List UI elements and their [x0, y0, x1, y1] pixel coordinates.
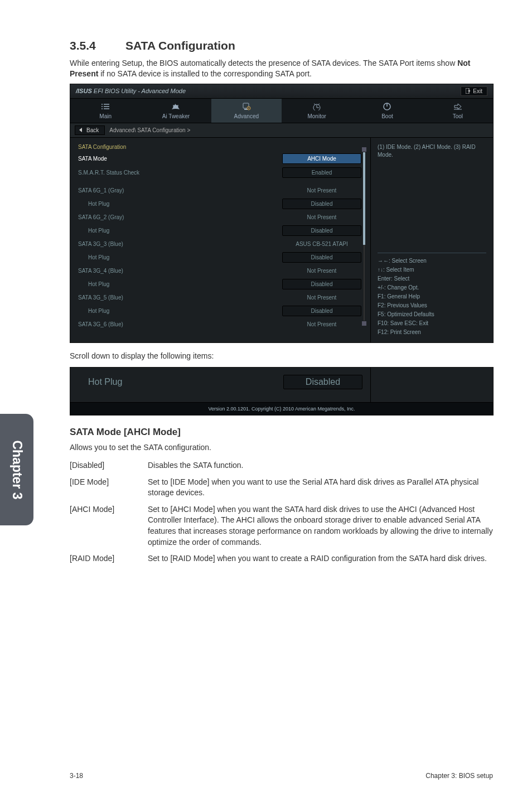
- help-line: F2: Previous Values: [378, 301, 486, 310]
- help-line: F12: Print Screen: [378, 328, 486, 337]
- tab-label: Main: [72, 113, 138, 119]
- setting-row[interactable]: Hot PlugDisabled: [78, 304, 361, 318]
- footer-page-number: 3-18: [70, 772, 83, 780]
- setting-value: ASUS CB-521 ATAPI: [282, 239, 361, 249]
- subsection-desc: Allows you to set the SATA configuration…: [70, 442, 493, 453]
- setting-row[interactable]: Hot PlugDisabled: [78, 224, 361, 238]
- definition-value: Disables the SATA function.: [148, 460, 493, 471]
- setting-label: SATA 6G_2 (Gray): [78, 214, 282, 220]
- definition-value: Set to [RAID Mode] when you want to crea…: [148, 553, 493, 564]
- setting-label: SATA 3G_4 (Blue): [78, 268, 282, 274]
- tab-icon: [143, 102, 209, 111]
- exit-label: Exit: [473, 88, 482, 94]
- scroll-up-icon[interactable]: [362, 147, 366, 152]
- setting-value[interactable]: Disabled: [282, 199, 361, 209]
- snippet-row-value[interactable]: Disabled: [283, 375, 362, 389]
- setting-label: SATA 3G_6 (Blue): [78, 321, 282, 327]
- subsection-heading: SATA Mode [AHCI Mode]: [70, 427, 493, 438]
- bios-logo: /ISUS EFI BIOS Utility - Advanced Mode: [76, 88, 186, 94]
- help-line: +/-: Change Opt.: [378, 283, 486, 292]
- setting-value[interactable]: Disabled: [282, 306, 361, 316]
- tab-label: Monitor: [284, 113, 350, 119]
- setting-label: SATA 3G_3 (Blue): [78, 241, 282, 247]
- setting-label: SATA Configuration: [78, 144, 361, 150]
- definition-key: [IDE Mode]: [70, 477, 148, 499]
- info-panel-text: (1) IDE Mode. (2) AHCI Mode. (3) RAID Mo…: [378, 143, 486, 249]
- definition-row: [IDE Mode]Set to [IDE Mode] when you wan…: [70, 477, 493, 499]
- setting-label: Hot Plug: [88, 254, 282, 260]
- setting-value: Not Present: [282, 293, 361, 302]
- exit-button[interactable]: Exit: [461, 86, 487, 96]
- setting-row[interactable]: SATA 3G_6 (Blue)Not Present: [78, 318, 361, 331]
- setting-row[interactable]: Hot PlugDisabled: [78, 197, 361, 211]
- setting-value[interactable]: Disabled: [282, 225, 361, 236]
- tab-tool[interactable]: Tool: [423, 99, 493, 123]
- section-heading: 3.5.4SATA Configuration: [70, 39, 493, 52]
- bios-panel: /ISUS EFI BIOS Utility - Advanced Mode E…: [70, 84, 494, 343]
- setting-value: Not Present: [282, 186, 361, 195]
- tab-advanced[interactable]: Advanced: [211, 99, 282, 123]
- setting-label: Hot Plug: [88, 228, 282, 234]
- tab-ai-tweaker[interactable]: Ai Tweaker: [141, 99, 211, 123]
- setting-value[interactable]: Disabled: [282, 252, 361, 263]
- tab-boot[interactable]: Boot: [352, 99, 422, 123]
- help-line: ↑↓: Select Item: [378, 265, 486, 274]
- snippet-row-label: Hot Plug: [88, 377, 283, 387]
- definition-row: [AHCI Mode]Set to [AHCI Mode] when you w…: [70, 504, 493, 548]
- setting-row[interactable]: SATA 3G_5 (Blue)Not Present: [78, 291, 361, 304]
- footer-chapter: Chapter 3: BIOS setup: [425, 772, 493, 780]
- definition-row: [RAID Mode]Set to [RAID Mode] when you w…: [70, 553, 493, 564]
- tab-monitor[interactable]: Monitor: [282, 99, 352, 123]
- help-line: Enter: Select: [378, 274, 486, 283]
- setting-row[interactable]: SATA 3G_3 (Blue)ASUS CB-521 ATAPI: [78, 238, 361, 250]
- setting-row[interactable]: S.M.A.R.T. Status CheckEnabled: [78, 166, 361, 180]
- breadcrumb-path: Advanced\ SATA Configuration >: [109, 127, 190, 133]
- setting-row[interactable]: Hot PlugDisabled: [78, 277, 361, 291]
- setting-value[interactable]: AHCI Mode: [282, 153, 361, 164]
- scroll-down-icon[interactable]: [362, 321, 366, 326]
- tab-main[interactable]: Main: [70, 99, 141, 123]
- help-line: →←: Select Screen: [378, 257, 486, 265]
- help-line: F10: Save ESC: Exit: [378, 319, 486, 328]
- tab-icon: [214, 102, 279, 111]
- setting-label: SATA 3G_5 (Blue): [78, 294, 282, 301]
- definition-key: [AHCI Mode]: [70, 504, 148, 548]
- setting-row[interactable]: SATA Configuration: [78, 142, 361, 152]
- setting-row: [78, 180, 361, 184]
- scroll-track[interactable]: [364, 152, 365, 321]
- tab-label: Tool: [425, 113, 491, 119]
- version-line: Version 2.00.1201. Copyright (C) 2010 Am…: [70, 402, 493, 415]
- snippet-row[interactable]: Hot Plug Disabled: [78, 373, 362, 391]
- setting-label: Hot Plug: [88, 308, 282, 314]
- setting-row[interactable]: SATA 3G_4 (Blue)Not Present: [78, 264, 361, 277]
- help-line: F5: Optimized Defaults: [378, 310, 486, 319]
- scrollbar[interactable]: [361, 142, 367, 331]
- setting-label: SATA 6G_1 (Gray): [78, 187, 282, 194]
- setting-label: Hot Plug: [88, 281, 282, 287]
- setting-row[interactable]: SATA ModeAHCI Mode: [78, 152, 361, 166]
- setting-value: Not Present: [282, 212, 361, 222]
- setting-row[interactable]: SATA 6G_2 (Gray)Not Present: [78, 211, 361, 224]
- setting-label: S.M.A.R.T. Status Check: [78, 170, 282, 176]
- definition-key: [Disabled]: [70, 460, 148, 471]
- tab-icon: [425, 102, 491, 111]
- setting-label: Hot Plug: [88, 201, 282, 207]
- back-arrow-icon: [79, 128, 84, 132]
- tab-icon: [72, 102, 138, 111]
- setting-row[interactable]: SATA 6G_1 (Gray)Not Present: [78, 184, 361, 197]
- bios-snippet: Hot Plug Disabled Version 2.00.1201. Cop…: [70, 367, 494, 416]
- scroll-thumb[interactable]: [363, 152, 365, 245]
- setting-value[interactable]: Disabled: [282, 279, 361, 289]
- exit-icon: [466, 88, 470, 94]
- back-label: Back: [86, 127, 99, 133]
- tab-label: Advanced: [214, 113, 279, 119]
- tab-icon: [354, 102, 420, 111]
- setting-label: SATA Mode: [78, 156, 282, 162]
- scroll-note: Scroll down to display the following ite…: [70, 351, 493, 362]
- setting-value: Not Present: [282, 320, 361, 329]
- back-button[interactable]: Back: [75, 125, 105, 135]
- intro-text: While entering Setup, the BIOS automatic…: [70, 58, 493, 79]
- definition-key: [RAID Mode]: [70, 553, 148, 564]
- setting-row[interactable]: Hot PlugDisabled: [78, 250, 361, 264]
- setting-value[interactable]: Enabled: [282, 167, 361, 178]
